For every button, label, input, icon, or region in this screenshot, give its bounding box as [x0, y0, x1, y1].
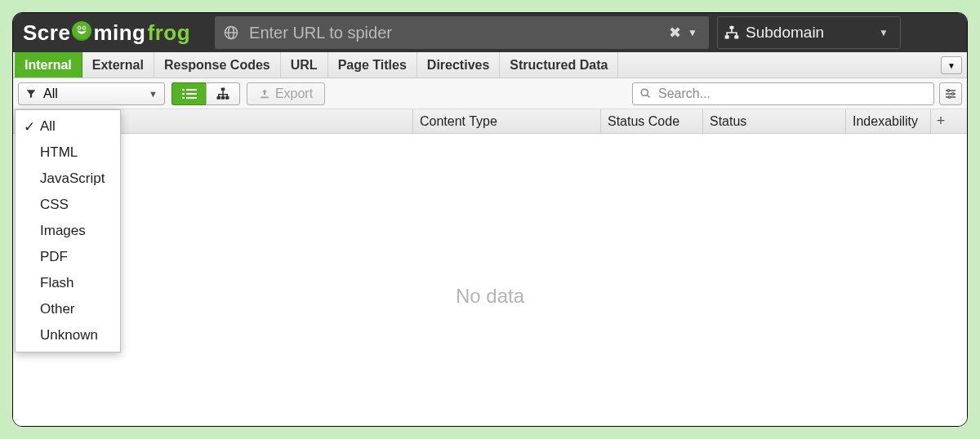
svg-rect-7 [725, 35, 729, 38]
search-box [632, 82, 934, 105]
chevron-down-icon: ▼ [947, 61, 956, 70]
scope-chevron-icon: ▼ [879, 27, 900, 38]
frog-icon [72, 21, 91, 41]
tab-response-codes[interactable]: Response Codes [154, 52, 281, 78]
svg-point-21 [947, 89, 950, 91]
logo-part2: ming [93, 20, 145, 46]
header-bar: Scre ming frog ✖ ▼ [13, 13, 967, 52]
filter-option-unknown[interactable]: Unknown [16, 322, 120, 348]
url-input-container: ✖ ▼ [215, 16, 709, 49]
svg-rect-6 [730, 26, 734, 29]
tabs-overflow: ▼ [941, 56, 962, 74]
filter-option-javascript[interactable]: JavaScript [16, 166, 120, 192]
tab-structured-data[interactable]: Structured Data [500, 52, 618, 78]
svg-point-22 [951, 92, 954, 95]
svg-point-3 [83, 27, 85, 29]
scope-dropdown[interactable]: Subdomain ▼ [717, 16, 901, 49]
filter-option-other[interactable]: Other [16, 296, 120, 322]
export-button[interactable]: Export [247, 82, 325, 105]
tab-label: Response Codes [164, 58, 270, 73]
svg-rect-17 [221, 96, 225, 100]
logo-part3: frog [148, 20, 191, 46]
svg-rect-16 [217, 96, 221, 100]
toolbar: All ▼ [13, 78, 967, 109]
svg-rect-18 [225, 96, 229, 100]
tab-external[interactable]: External [82, 52, 154, 78]
column-header[interactable]: Content Type [413, 109, 601, 133]
tab-directives[interactable]: Directives [417, 52, 501, 78]
filter-option-css[interactable]: CSS [16, 192, 120, 218]
filter-selected-label: All [43, 86, 58, 101]
svg-rect-10 [186, 89, 197, 91]
sitemap-icon [718, 24, 746, 41]
tab-label: Page Titles [338, 58, 407, 73]
chevron-down-icon: ▼ [149, 89, 158, 99]
logo-part1: Scre [23, 20, 70, 46]
tab-internal[interactable]: Internal [15, 52, 82, 78]
funnel-icon [25, 88, 37, 100]
app-logo: Scre ming frog [13, 20, 190, 46]
search-input[interactable] [657, 86, 927, 102]
tab-page-titles[interactable]: Page Titles [328, 52, 417, 78]
tree-view-button[interactable] [206, 82, 240, 105]
tab-label: External [92, 58, 144, 73]
tabs-row: Internal External Response Codes URL Pag… [13, 52, 967, 78]
sliders-icon [944, 87, 957, 100]
svg-rect-11 [182, 93, 185, 95]
svg-point-23 [948, 95, 951, 98]
filter-option-all[interactable]: ✓All [16, 113, 120, 140]
column-header[interactable]: Indexability [846, 109, 931, 133]
svg-rect-15 [221, 87, 225, 91]
tabs-overflow-button[interactable]: ▼ [941, 56, 962, 74]
upload-icon [259, 88, 270, 100]
tab-label: Directives [427, 58, 490, 73]
column-header[interactable]: Status Code [601, 109, 703, 133]
svg-rect-8 [734, 35, 738, 38]
globe-icon [215, 24, 247, 41]
filter-dropdown[interactable]: All ▼ [18, 82, 165, 105]
filter-option-pdf[interactable]: PDF [16, 244, 120, 270]
url-input[interactable] [247, 23, 662, 43]
svg-rect-13 [182, 97, 185, 99]
table-header: Content Type Status Code Status Indexabi… [13, 109, 967, 134]
svg-point-2 [78, 27, 80, 29]
tab-url[interactable]: URL [281, 52, 328, 78]
column-header[interactable]: Status [703, 109, 846, 133]
tab-label: Structured Data [510, 58, 608, 73]
add-column-button[interactable]: + [931, 109, 951, 133]
clear-url-icon[interactable]: ✖ [662, 24, 688, 42]
search-options-button[interactable] [939, 82, 962, 105]
app-window: Scre ming frog ✖ ▼ [12, 12, 968, 427]
empty-state-text: No data [456, 285, 524, 308]
plus-icon: + [937, 113, 946, 130]
export-label: Export [275, 86, 313, 101]
list-view-button[interactable] [172, 82, 206, 105]
check-icon: ✓ [24, 118, 35, 135]
filter-dropdown-menu: ✓All HTML JavaScript CSS Images PDF Flas… [15, 109, 121, 353]
table-body: No data [13, 134, 967, 427]
filter-option-flash[interactable]: Flash [16, 270, 120, 296]
tab-label: Internal [24, 58, 72, 73]
tab-label: URL [291, 58, 318, 73]
filter-option-images[interactable]: Images [16, 218, 120, 244]
view-mode-group [172, 82, 240, 105]
scope-label: Subdomain [746, 24, 879, 42]
svg-rect-19 [261, 96, 268, 98]
svg-rect-12 [186, 93, 197, 95]
svg-point-20 [641, 89, 648, 95]
filter-option-html[interactable]: HTML [16, 140, 120, 166]
search-icon [639, 87, 652, 100]
svg-rect-14 [186, 97, 197, 99]
url-history-chevron-icon[interactable]: ▼ [688, 27, 709, 38]
svg-rect-9 [182, 89, 185, 91]
